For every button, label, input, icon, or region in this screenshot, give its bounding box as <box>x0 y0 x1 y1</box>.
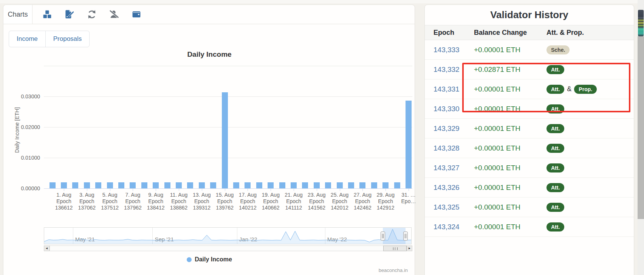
table-row: 143,332+0.02871 ETHAtt. <box>425 60 634 79</box>
income-bar <box>222 92 228 188</box>
epoch-link[interactable]: 143,327 <box>433 164 460 172</box>
validator-history-title: Validator History <box>425 5 634 25</box>
x-axis-tick <box>133 189 133 191</box>
income-bar <box>72 182 78 188</box>
income-bar <box>84 182 90 188</box>
col-header-balance-change: Balance Change <box>474 29 546 37</box>
page-top-strip <box>0 0 644 3</box>
x-axis-tick <box>248 189 248 191</box>
gridline <box>44 158 412 158</box>
income-bar <box>406 101 412 189</box>
badge-joiner: & <box>567 85 571 93</box>
x-axis-tick <box>385 189 386 191</box>
income-bar <box>164 182 170 188</box>
navigator-right-handle[interactable] <box>403 231 408 241</box>
history-table-body: 143,333+0.00001 ETHSche.143,332+0.02871 … <box>425 40 634 237</box>
scrollbar-right-arrow-icon[interactable]: ► <box>407 245 412 251</box>
income-bar <box>199 182 205 188</box>
income-bar <box>302 182 308 188</box>
x-axis-tick <box>317 189 317 191</box>
status-badge: Att. <box>546 183 564 192</box>
navigator-sparkline <box>44 228 411 244</box>
income-bar <box>371 182 377 188</box>
y-axis-tick-label: 0.00000 <box>11 185 40 191</box>
status-badge: Att. <box>546 203 564 212</box>
income-bar <box>268 182 274 188</box>
watermark: beaconcha.in <box>379 267 408 273</box>
status-badge: Sche. <box>546 45 570 54</box>
income-bar <box>233 182 239 188</box>
epoch-link[interactable]: 143,330 <box>433 105 460 113</box>
y-axis-title: Daily Income [ETH] <box>14 100 20 160</box>
income-chart: Daily Income Daily Income [ETH] 0.000000… <box>3 5 415 275</box>
duty-badges: Att. <box>546 163 634 172</box>
x-axis-tick-label: 31. …Epo… <box>394 192 423 205</box>
income-bar <box>245 182 251 188</box>
income-bar <box>394 182 400 188</box>
table-row: 143,330+0.00001 ETHAtt. <box>425 99 634 119</box>
income-bar <box>130 182 136 188</box>
status-badge: Att. <box>546 144 564 153</box>
balance-change-value: +0.02871 ETH <box>474 65 546 74</box>
scrollbar-track[interactable] <box>50 245 407 251</box>
duty-badges: Att. <box>546 124 634 133</box>
y-axis-tick-label: 0.01000 <box>11 155 40 161</box>
status-badge: Prop. <box>574 85 597 94</box>
table-row: 143,333+0.00001 ETHSche. <box>425 40 634 60</box>
chart-navigator[interactable]: May '21Sep '21Jan '22May '22 <box>44 227 412 244</box>
epoch-link[interactable]: 143,328 <box>433 144 460 152</box>
income-bar <box>210 182 216 188</box>
balance-change-value: +0.00001 ETH <box>474 144 546 152</box>
duty-badges: Att. <box>546 222 634 231</box>
epoch-link[interactable]: 143,325 <box>433 203 460 211</box>
duty-badges: Att. <box>546 183 634 192</box>
income-bar <box>50 182 56 188</box>
income-bar <box>325 182 331 188</box>
scrollbar-left-arrow-icon[interactable]: ◄ <box>44 245 50 251</box>
income-bar <box>107 182 113 188</box>
income-bar <box>176 182 182 188</box>
navigator-selected-range[interactable] <box>383 228 406 244</box>
legend-item-daily-income[interactable]: Daily Income <box>3 256 415 263</box>
x-axis-tick <box>294 189 294 191</box>
navigator-left-handle[interactable] <box>381 231 385 241</box>
epoch-link[interactable]: 143,329 <box>433 124 460 132</box>
epoch-link[interactable]: 143,324 <box>433 223 460 231</box>
status-badge: Att. <box>546 104 564 113</box>
balance-change-value: +0.00001 ETH <box>474 105 546 113</box>
y-axis-tick-label: 0.03000 <box>11 93 40 99</box>
income-bar <box>291 182 297 188</box>
income-bar <box>141 182 147 188</box>
gridline <box>44 66 412 66</box>
duty-badges: Att. <box>546 65 634 74</box>
epoch-link[interactable]: 143,333 <box>433 46 460 54</box>
epoch-link[interactable]: 143,326 <box>433 183 460 191</box>
balance-change-value: +0.00001 ETH <box>474 85 546 93</box>
balance-change-value: +0.00001 ETH <box>474 164 546 172</box>
income-bar <box>95 182 101 188</box>
validator-history-card: Validator History Epoch Balance Change A… <box>424 5 634 275</box>
epoch-link[interactable]: 143,331 <box>433 85 460 93</box>
table-row: 143,325+0.00001 ETHAtt. <box>425 197 634 217</box>
income-bar <box>279 182 285 188</box>
scrollbar-thumb[interactable] <box>383 245 407 251</box>
duty-badges: Att. <box>546 203 634 212</box>
x-axis-tick <box>87 189 87 191</box>
x-axis-tick <box>409 189 409 191</box>
balance-change-value: +0.00001 ETH <box>474 124 546 133</box>
duty-badges: Sche. <box>546 45 634 54</box>
table-row: 143,329+0.00001 ETHAtt. <box>425 119 634 138</box>
status-badge: Att. <box>546 124 564 133</box>
duty-badges: Att. <box>546 104 634 113</box>
balance-change-value: +0.00001 ETH <box>474 223 546 231</box>
x-axis-tick <box>202 189 202 191</box>
income-bar <box>314 182 320 188</box>
page-scrollbar-thumb[interactable] <box>638 10 644 36</box>
gridline <box>44 96 412 97</box>
status-badge: Att. <box>546 85 564 94</box>
epoch-link[interactable]: 143,332 <box>433 65 460 73</box>
table-row: 143,328+0.00001 ETHAtt. <box>425 138 634 158</box>
income-bar <box>153 182 159 188</box>
status-badge: Att. <box>546 222 564 231</box>
page-scrollbar[interactable] <box>638 0 644 275</box>
